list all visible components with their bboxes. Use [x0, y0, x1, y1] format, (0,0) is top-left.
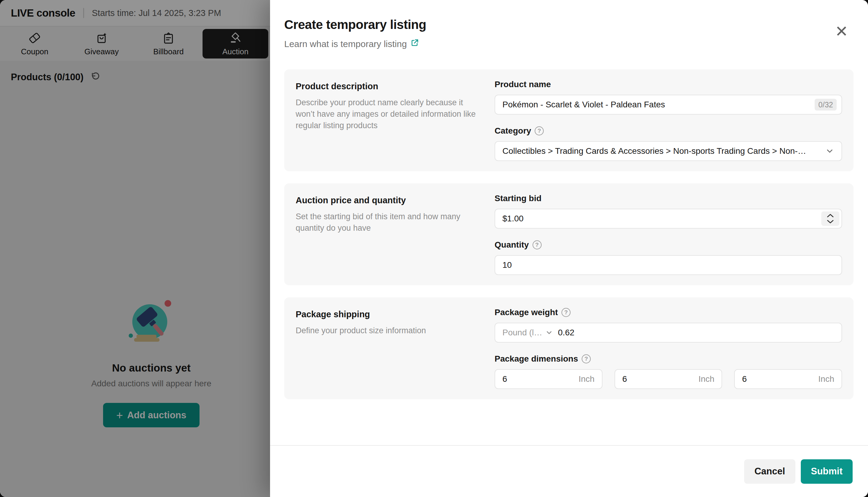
chevron-down-icon[interactable]	[545, 329, 553, 337]
external-link-icon[interactable]	[411, 39, 419, 49]
starting-bid-input[interactable]	[495, 209, 842, 229]
help-icon[interactable]: ?	[582, 354, 591, 364]
dimension-unit: Inch	[579, 374, 595, 384]
stepper-up-icon	[827, 214, 834, 218]
package-dimensions-label: Package dimensions	[495, 354, 578, 364]
close-icon[interactable]: ✕	[835, 26, 848, 37]
dimension-value: 6	[742, 374, 747, 384]
weight-unit-select[interactable]: Pound (l…	[502, 328, 542, 338]
dimension-height-input[interactable]: 6 Inch	[734, 369, 842, 389]
quantity-label: Quantity	[495, 240, 529, 250]
section-heading: Auction price and quantity	[296, 196, 495, 205]
dimension-length-input[interactable]: 6 Inch	[495, 369, 602, 389]
quantity-input[interactable]	[495, 255, 842, 275]
modal-title: Create temporary listing	[284, 17, 854, 32]
dimension-value: 6	[622, 374, 627, 384]
section-product-description: Product description Describe your produc…	[284, 69, 854, 171]
chevron-down-icon	[825, 146, 834, 156]
starting-bid-field[interactable]	[502, 214, 834, 224]
help-icon[interactable]: ?	[535, 126, 544, 136]
package-weight-label: Package weight	[495, 308, 558, 317]
stepper-down-icon	[827, 219, 834, 224]
dimension-width-input[interactable]: 6 Inch	[615, 369, 722, 389]
weight-value[interactable]: 0.62	[558, 328, 574, 338]
dimension-unit: Inch	[698, 374, 714, 384]
category-value: Collectibles > Trading Cards & Accessori…	[502, 146, 806, 156]
number-stepper[interactable]	[821, 211, 839, 226]
help-icon[interactable]: ?	[561, 308, 571, 317]
package-weight-input[interactable]: Pound (l… 0.62	[495, 323, 842, 343]
learn-link[interactable]: Learn what is temporary listing	[284, 39, 407, 49]
section-package-shipping: Package shipping Define your product siz…	[284, 297, 854, 399]
modal-footer: Cancel Submit	[270, 445, 868, 497]
app-window: LIVE console Starts time: Jul 14 2025, 3…	[0, 0, 868, 497]
create-temporary-listing-modal: ✕ Create temporary listing Learn what is…	[270, 0, 868, 497]
quantity-field[interactable]	[502, 260, 834, 270]
category-select[interactable]: Collectibles > Trading Cards & Accessori…	[495, 141, 842, 161]
submit-button[interactable]: Submit	[801, 459, 853, 484]
char-counter-badge: 0/32	[815, 99, 837, 111]
section-description: Describe your product name clearly becau…	[296, 97, 476, 131]
product-name-label: Product name	[495, 80, 551, 89]
help-icon[interactable]: ?	[532, 240, 542, 250]
product-name-field[interactable]	[502, 100, 834, 110]
section-description: Set the starting bid of this item and ho…	[296, 211, 476, 234]
dimension-unit: Inch	[818, 374, 834, 384]
section-description: Define your product size information	[296, 325, 476, 336]
product-name-input[interactable]: 0/32	[495, 95, 842, 115]
starting-bid-label: Starting bid	[495, 194, 542, 203]
dimension-value: 6	[502, 374, 507, 384]
cancel-button[interactable]: Cancel	[744, 459, 795, 484]
section-heading: Product description	[296, 82, 495, 91]
section-auction-price-quantity: Auction price and quantity Set the start…	[284, 183, 854, 285]
category-label: Category	[495, 126, 531, 136]
section-heading: Package shipping	[296, 309, 495, 320]
